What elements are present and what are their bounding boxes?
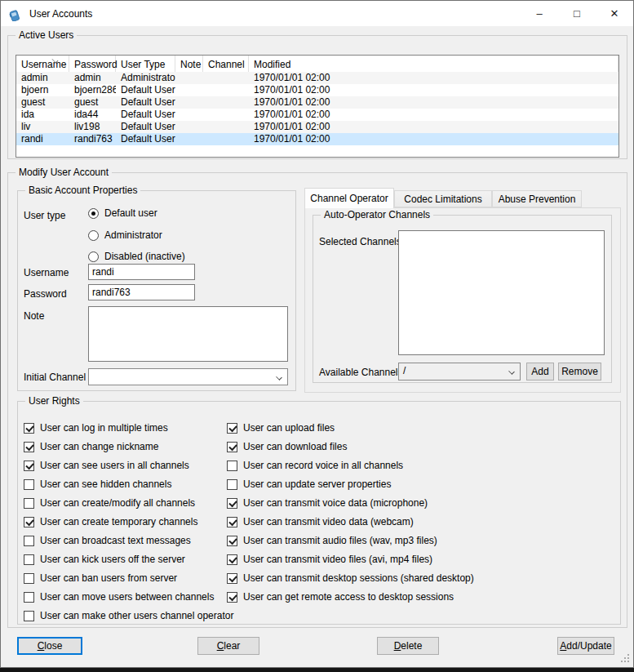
cell-channel (203, 109, 249, 121)
checkbox-icon[interactable] (24, 592, 34, 603)
radio-icon[interactable] (88, 208, 99, 219)
cell-modified: 1970/01/01 02:00 (249, 84, 618, 96)
column-header-channel[interactable]: Channel (203, 56, 249, 72)
checkbox-icon[interactable] (227, 573, 237, 584)
checkbox-icon[interactable] (24, 573, 34, 584)
radio-default-user[interactable]: Default user (88, 207, 157, 219)
check-record-voice[interactable]: User can record voice in all channels (227, 459, 403, 472)
note-input[interactable] (88, 306, 288, 362)
checkbox-icon[interactable] (227, 461, 237, 471)
table-header: Username Password User Type Note Channel… (16, 56, 618, 72)
clear-button-label: Clear (217, 640, 241, 652)
checkbox-icon[interactable] (24, 536, 34, 546)
radio-icon[interactable] (88, 251, 99, 262)
check-create-modify-channels[interactable]: User can create/modify all channels (24, 496, 195, 510)
add-button[interactable]: Add (526, 363, 554, 381)
add-update-button[interactable]: Add/Update (557, 637, 614, 655)
check-transmit-desktop[interactable]: User can transmit desktop sessions (shar… (227, 572, 474, 585)
cell-username: bjoern (16, 84, 69, 96)
checkbox-icon[interactable] (227, 536, 237, 546)
checkbox-label: User can transmit audio files (wav, mp3 … (243, 535, 437, 546)
cell-modified: 1970/01/01 02:00 (249, 133, 618, 145)
checkbox-icon[interactable] (24, 611, 34, 621)
checkbox-label: User can upload files (243, 422, 335, 434)
check-see-hidden[interactable]: User can see hidden channels (24, 478, 171, 491)
check-transmit-video-data[interactable]: User can transmit video data (webcam) (227, 515, 414, 528)
checkbox-icon[interactable] (24, 423, 34, 434)
checkbox-icon[interactable] (227, 479, 237, 490)
available-channels-combobox[interactable]: / (398, 363, 521, 381)
checkbox-icon[interactable] (24, 461, 34, 471)
cell-channel (203, 84, 249, 96)
selected-channels-label: Selected Channels (319, 236, 401, 247)
clear-button[interactable]: Clear (197, 637, 259, 655)
table-row[interactable]: guest guest Default User 1970/01/01 02:0… (16, 96, 618, 109)
table-row[interactable]: liv liv198 Default User 1970/01/01 02:00 (16, 121, 618, 133)
table-row[interactable]: admin admin Administrator 1970/01/01 02:… (16, 72, 618, 84)
maximize-button[interactable]: □ (558, 1, 596, 26)
radio-icon[interactable] (88, 230, 99, 241)
column-header-username[interactable]: Username (16, 56, 69, 72)
title-bar: User Accounts – □ ✕ (1, 1, 633, 26)
check-change-nickname[interactable]: User can change nickname (24, 440, 158, 453)
cell-password: ida44 (69, 109, 116, 121)
cell-usertype: Default User (116, 133, 175, 145)
check-upload-files[interactable]: User can upload files (227, 421, 335, 434)
check-make-operator[interactable]: User can make other users channel operat… (24, 609, 233, 622)
check-login-multiple[interactable]: User can log in multiple times (24, 421, 168, 434)
cell-username: admin (16, 72, 69, 84)
column-header-usertype[interactable]: User Type (116, 56, 175, 72)
table-row-selected[interactable]: randi randi763 Default User 1970/01/01 0… (16, 133, 618, 145)
minimize-button[interactable]: – (521, 1, 558, 26)
radio-administrator[interactable]: Administrator (88, 229, 162, 241)
radio-label: Administrator (104, 229, 162, 241)
cell-channel (203, 96, 249, 109)
column-header-password[interactable]: Password (69, 56, 116, 72)
table-row[interactable]: bjoern bjoern286 Default User 1970/01/01… (16, 84, 618, 96)
tab-codec-limitations[interactable]: Codec Limitations (394, 190, 492, 207)
username-input[interactable]: randi (88, 264, 195, 280)
cell-note (175, 121, 203, 133)
check-transmit-voice[interactable]: User can transmit voice data (microphone… (227, 496, 428, 510)
checkbox-label: User can make other users channel operat… (40, 610, 233, 621)
checkbox-icon[interactable] (24, 442, 34, 452)
delete-button[interactable]: Delete (377, 637, 439, 655)
remove-button[interactable]: Remove (558, 363, 601, 381)
selected-channels-listbox[interactable] (398, 230, 605, 355)
column-header-note[interactable]: Note (175, 56, 203, 72)
checkbox-icon[interactable] (227, 423, 237, 434)
check-remote-access[interactable]: User can get remote access to desktop se… (227, 590, 454, 603)
check-transmit-video-files[interactable]: User can transmit video files (avi, mp4 … (227, 553, 432, 566)
checkbox-icon[interactable] (227, 554, 237, 565)
tab-channel-operator[interactable]: Channel Operator (304, 188, 394, 208)
check-ban-users[interactable]: User can ban users from server (24, 572, 177, 585)
check-transmit-audio-files[interactable]: User can transmit audio files (wav, mp3 … (227, 534, 437, 547)
check-move-users[interactable]: User can move users between channels (24, 590, 214, 603)
password-input[interactable]: randi763 (88, 284, 195, 300)
check-see-users[interactable]: User can see users in all channels (24, 459, 189, 472)
column-header-modified[interactable]: Modified (249, 56, 618, 72)
radio-disabled[interactable]: Disabled (inactive) (88, 251, 185, 262)
close-window-button[interactable]: ✕ (596, 1, 633, 26)
checkbox-icon[interactable] (24, 517, 34, 527)
checkbox-icon[interactable] (227, 498, 237, 509)
checkbox-icon[interactable] (24, 554, 34, 565)
check-update-server[interactable]: User can update server properties (227, 478, 391, 491)
check-create-temporary[interactable]: User can create temporary channels (24, 515, 197, 528)
checkbox-icon[interactable] (227, 517, 237, 527)
check-broadcast[interactable]: User can broadcast text messages (24, 534, 191, 547)
check-download-files[interactable]: User can download files (227, 440, 347, 453)
resize-grip[interactable] (619, 654, 629, 664)
check-kick-users[interactable]: User can kick users off the server (24, 553, 185, 566)
checkbox-icon[interactable] (24, 479, 34, 490)
checkbox-label: User can download files (243, 441, 347, 452)
tab-abuse-prevention[interactable]: Abuse Prevention (492, 190, 582, 207)
initial-channel-combobox[interactable] (88, 368, 288, 385)
checkbox-icon[interactable] (24, 498, 34, 509)
checkbox-icon[interactable] (227, 592, 237, 603)
checkbox-label: User can transmit desktop sessions (shar… (243, 572, 474, 584)
checkbox-icon[interactable] (227, 442, 237, 452)
table-row[interactable]: ida ida44 Default User 1970/01/01 02:00 (16, 109, 618, 121)
close-button[interactable]: Close (17, 637, 82, 655)
cell-username: ida (16, 109, 69, 121)
